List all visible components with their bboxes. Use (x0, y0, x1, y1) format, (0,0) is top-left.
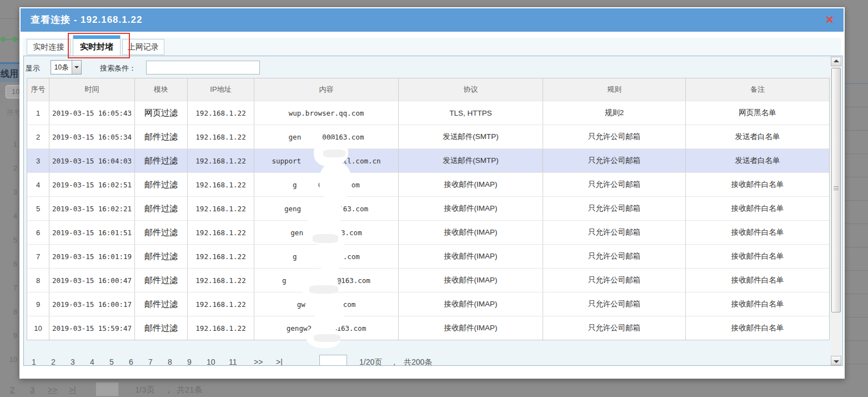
bg-row-number: 1 (13, 140, 17, 148)
cell-rule: 只允许公司邮箱 (543, 125, 686, 148)
bg-row-number: 2 (13, 164, 17, 172)
tab-internet-records[interactable]: 上网记录 (122, 39, 164, 55)
view-connection-modal: 查看连接 - 192.168.1.22 ✕ 实时连接 实时封堵 上网记录 显示 … (19, 7, 845, 379)
tab-realtime-connections[interactable]: 实时连接 (27, 39, 71, 55)
bg-last-page-link[interactable]: >| (69, 385, 76, 394)
page-link[interactable]: 11 (229, 358, 237, 366)
cell-time: 2019-03-15 16:05:43 (49, 101, 135, 125)
page-link[interactable]: 4 (90, 358, 94, 366)
cell-protocol: 接收邮件(IMAP) (399, 292, 543, 316)
bg-page-link[interactable]: 3 (30, 385, 34, 394)
scrollbar-thumb[interactable] (831, 68, 841, 312)
cell-ip: 192.168.1.22 (188, 125, 254, 148)
blocking-log-table: 序号时间模块IP地址内容协议规则备注 12019-03-15 16:05:43网… (27, 78, 830, 340)
bg-row-number: 10 (9, 355, 17, 364)
table-header-row: 序号时间模块IP地址内容协议规则备注 (27, 78, 829, 101)
page-link-current[interactable]: 1 (32, 358, 36, 366)
cell-content: g00@163.com (254, 173, 399, 196)
page-link[interactable]: 6 (129, 358, 133, 366)
cell-rule: 只允许公司邮箱 (543, 149, 686, 172)
table-row[interactable]: 102019-03-15 15:59:47邮件过滤192.168.1.22gen… (27, 316, 829, 340)
active-tab-indicator (73, 36, 120, 39)
bg-table-rows-strip (845, 83, 868, 378)
table-row[interactable]: 52019-03-15 16:02:21邮件过滤192.168.1.22geng… (27, 196, 829, 220)
bg-page-link[interactable]: 2 (10, 385, 14, 394)
cell-time: 2019-03-15 16:00:47 (49, 269, 135, 292)
cell-time: 2019-03-15 16:02:21 (49, 197, 135, 220)
chevron-down-icon[interactable] (72, 61, 81, 74)
table-row[interactable]: 22019-03-15 16:05:34邮件过滤192.168.1.22gen0… (27, 125, 829, 148)
header-cell: 模块 (135, 78, 188, 101)
scroll-down-button[interactable] (831, 356, 841, 365)
page-link[interactable]: 7 (148, 358, 153, 366)
page-size-select[interactable]: 10条 (51, 60, 82, 75)
scroll-up-button[interactable] (831, 57, 841, 66)
cell-time: 2019-03-15 16:01:19 (49, 245, 135, 268)
table-row[interactable]: 12019-03-15 16:05:43网页过滤192.168.1.22wup.… (27, 101, 829, 125)
comma: ， (390, 358, 398, 366)
modal-title: 查看连接 - 192.168.1.22 (31, 8, 142, 32)
close-icon[interactable]: ✕ (824, 14, 836, 26)
cell-module: 网页过滤 (135, 101, 188, 125)
show-label: 显示 (26, 63, 40, 73)
cell-time: 2019-03-15 16:01:51 (49, 221, 135, 244)
table-row[interactable]: 82019-03-15 16:00:47邮件过滤192.168.1.22gg0@… (27, 268, 829, 292)
modal-pagination: 1/20页 ， 共200条 1234567891011>>>| (31, 355, 808, 366)
cell-rule: 只允许公司邮箱 (543, 292, 686, 316)
total-info: 共200条 (404, 358, 432, 366)
bg-page-input[interactable] (96, 382, 119, 396)
cell-remark: 接收邮件白名单 (686, 316, 829, 340)
tab-realtime-blocking[interactable]: 实时封堵 (73, 35, 121, 56)
cell-ip: 192.168.1.22 (188, 316, 254, 340)
bg-page-info: 1/3页 (135, 385, 155, 395)
bg-comma: ， (164, 385, 173, 395)
page-link[interactable]: 5 (109, 358, 114, 366)
cell-rule: 只允许公司邮箱 (543, 197, 686, 220)
cell-time: 2019-03-15 16:00:17 (49, 292, 135, 316)
cell-module: 邮件过滤 (135, 221, 188, 244)
next-page-link[interactable]: >> (254, 358, 263, 366)
cell-remark: 发送者白名单 (686, 149, 829, 172)
page-link[interactable]: 2 (51, 358, 56, 366)
triangle-up-icon (834, 59, 839, 62)
cell-no: 6 (27, 221, 49, 244)
header-cell: 备注 (686, 78, 829, 101)
vertical-scrollbar (831, 57, 841, 365)
bg-total-info: 共21条 (177, 385, 203, 395)
cell-module: 邮件过滤 (135, 316, 188, 340)
cell-module: 邮件过滤 (135, 197, 188, 220)
page-link[interactable]: 3 (71, 358, 75, 366)
search-label: 搜索条件： (100, 63, 136, 73)
cell-no: 4 (27, 173, 49, 196)
page-input[interactable] (319, 355, 347, 366)
bg-row-number: 7 (13, 284, 17, 292)
cell-rule: 规则2 (543, 101, 686, 125)
cell-content: gen0@163.com (254, 221, 399, 244)
cell-remark: 接收邮件白名单 (686, 269, 829, 292)
table-row[interactable]: 62019-03-15 16:01:51邮件过滤192.168.1.22gen0… (27, 220, 829, 244)
bg-row-number: 4 (13, 212, 17, 220)
bg-next-page-link[interactable]: >> (48, 385, 58, 394)
cell-protocol: 接收邮件(IMAP) (399, 316, 543, 340)
page-link[interactable]: 8 (168, 358, 172, 366)
bg-pagination: 2 3 >> >| 1/3页 ， 共21条 (0, 381, 868, 397)
cell-module: 邮件过滤 (135, 292, 188, 316)
thumb-grip-icon (834, 186, 839, 191)
table-row[interactable]: 72019-03-15 16:01:19邮件过滤192.168.1.22g00@… (27, 244, 829, 268)
bg-row-numbers: 12345678910 (0, 0, 18, 397)
header-cell: 时间 (49, 78, 135, 101)
cell-time: 2019-03-15 16:02:51 (49, 173, 135, 196)
header-cell: 规则 (543, 78, 686, 101)
page-link[interactable]: 9 (187, 358, 192, 366)
triangle-down-icon (834, 360, 839, 363)
cell-module: 邮件过滤 (135, 149, 188, 172)
page-link[interactable]: 10 (207, 358, 215, 366)
cell-rule: 只允许公司邮箱 (543, 221, 686, 244)
last-page-link[interactable]: >| (276, 358, 283, 366)
cell-module: 邮件过滤 (135, 125, 188, 148)
cell-ip: 192.168.1.22 (188, 269, 254, 292)
table-row[interactable]: 92019-03-15 16:00:17邮件过滤192.168.1.22gw16… (27, 292, 829, 316)
search-input[interactable] (146, 61, 260, 75)
table-row[interactable]: 32019-03-15 16:04:03邮件过滤192.168.1.22supp… (27, 148, 829, 172)
table-row[interactable]: 42019-03-15 16:02:51邮件过滤192.168.1.22g00@… (27, 172, 829, 196)
